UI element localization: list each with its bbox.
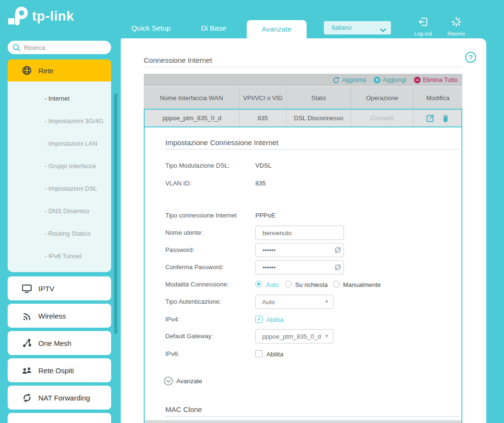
refresh-button[interactable]: Aggiorna bbox=[332, 77, 366, 84]
wan-table-header: Nome Interfaccia WAN VPI/VCI o VID Stato… bbox=[144, 86, 462, 109]
add-button[interactable]: + Aggiungi bbox=[374, 77, 406, 83]
password-field[interactable] bbox=[255, 243, 344, 257]
sidebar-item-ipv6-tunnel[interactable]: - IPv6 Tunnel bbox=[45, 252, 81, 260]
radio-manualmente[interactable] bbox=[333, 281, 340, 287]
col-header-modifica: Modifica bbox=[413, 87, 462, 109]
tab-avanzate[interactable]: Avanzate bbox=[247, 20, 307, 38]
password-label: Password: bbox=[165, 246, 195, 253]
chevron-down-icon: ▼ bbox=[324, 333, 329, 339]
col-header-stato: Stato bbox=[286, 87, 351, 109]
ipv4-enable-checkbox[interactable]: ✓ bbox=[255, 316, 263, 323]
mesh-icon bbox=[22, 338, 32, 348]
radio-su-richiesta-label[interactable]: Su richiesta bbox=[295, 281, 328, 288]
sidebar-item-label: NAT Forwarding bbox=[38, 394, 90, 402]
sidebar-item-dsl[interactable]: - Impostazioni DSL bbox=[45, 185, 97, 192]
dsl-modulation-label: Tipo Modulazione DSL: bbox=[165, 162, 230, 169]
reboot-label: Riavvio bbox=[441, 31, 471, 36]
col-header-operazione: Operazione bbox=[351, 87, 413, 109]
connection-mode-label: Modalità Connessione: bbox=[165, 281, 229, 288]
guests-icon bbox=[22, 366, 32, 376]
page-title: Connessione Internet bbox=[144, 56, 212, 64]
ipv4-enable-label[interactable]: Abilita bbox=[266, 316, 283, 323]
title-divider bbox=[144, 67, 461, 67]
search-input[interactable] bbox=[24, 41, 105, 54]
help-icon[interactable]: ? bbox=[465, 52, 476, 63]
chevron-down-circle-icon bbox=[164, 377, 173, 386]
wan-table-toolbar: Aggiorna + Aggiungi − Elimina Tutto bbox=[144, 74, 462, 86]
connection-type-value: PPPoE bbox=[255, 212, 275, 219]
ipv6-enable-label[interactable]: Abilita bbox=[266, 351, 283, 358]
sidebar-item-iptv[interactable]: IPTV bbox=[8, 276, 111, 300]
eye-slash-icon[interactable]: Ø bbox=[332, 263, 343, 273]
mac-clone-toolbar-top bbox=[145, 420, 461, 423]
radio-su-richiesta[interactable] bbox=[285, 281, 292, 287]
logout-button[interactable]: Log out bbox=[408, 16, 438, 36]
radio-auto-label[interactable]: Auto bbox=[266, 281, 279, 288]
language-select[interactable]: Italiano bbox=[324, 21, 391, 34]
heart-icon bbox=[22, 421, 32, 423]
rete-submenu: - Internet - Impostazioni 3G/4G - Impost… bbox=[8, 81, 111, 272]
username-field[interactable] bbox=[255, 226, 344, 240]
tp-link-logo: tp-link bbox=[7, 5, 74, 28]
search-icon bbox=[12, 43, 21, 52]
tab-di-base[interactable]: Di Base bbox=[185, 24, 242, 32]
mac-clone-divider bbox=[165, 416, 460, 417]
language-selected-value: Italiano bbox=[332, 24, 352, 31]
brand-wordmark: tp-link bbox=[32, 9, 74, 24]
cell-status: DSL Disconnesso bbox=[286, 110, 351, 126]
dsl-modulation-value: VDSL bbox=[255, 162, 272, 169]
delete-all-button[interactable]: − Elimina Tutto bbox=[414, 77, 458, 83]
sidebar-item-rete[interactable]: Rete bbox=[8, 59, 111, 81]
eye-slash-icon[interactable]: Ø bbox=[332, 246, 343, 255]
globe-icon bbox=[22, 65, 32, 76]
sidebar-item-gruppi-interfacce[interactable]: - Gruppi Interfacce bbox=[45, 162, 96, 170]
default-gateway-label: Default Gateway: bbox=[165, 332, 213, 340]
section-divider bbox=[165, 149, 460, 149]
connect-button[interactable]: Connetti bbox=[370, 114, 393, 122]
sidebar-item-lan[interactable]: - Impostazioni LAN bbox=[45, 140, 97, 147]
add-label: Aggiungi bbox=[383, 77, 406, 83]
monitor-icon bbox=[22, 283, 32, 294]
connection-type-label: Tipo connessione Internet bbox=[165, 212, 237, 219]
auth-type-label: Tipo Autenticazione: bbox=[165, 298, 221, 305]
radio-manualmente-label[interactable]: Manualmente bbox=[343, 281, 381, 288]
sidebar-search bbox=[8, 41, 111, 54]
cell-vid: 835 bbox=[240, 110, 286, 126]
tp-link-logo-icon bbox=[7, 5, 30, 28]
auth-type-select[interactable]: Auto ▼ bbox=[255, 295, 333, 309]
sidebar-item-routing-statico[interactable]: - Routing Statico bbox=[45, 230, 91, 237]
sidebar-item-dns-dinamico[interactable]: - DNS Dinamico bbox=[45, 207, 89, 215]
ipv6-label: IPv6: bbox=[165, 350, 180, 357]
username-label: Nome utente: bbox=[165, 229, 203, 236]
sidebar-item-label: Wireless bbox=[38, 312, 66, 320]
sidebar-item-partial[interactable] bbox=[8, 413, 111, 423]
chevron-down-icon: ▼ bbox=[324, 299, 329, 304]
table-row[interactable]: pppoe_ptm_835_0_d 835 DSL Disconnesso Co… bbox=[144, 109, 462, 127]
sidebar-item-one-mesh[interactable]: One Mesh bbox=[8, 331, 111, 355]
confirm-password-field[interactable] bbox=[255, 260, 344, 274]
delete-all-label: Elimina Tutto bbox=[423, 77, 458, 83]
sidebar-item-3g4g[interactable]: - Impostazioni 3G/4G bbox=[45, 117, 103, 125]
default-gateway-select[interactable]: pppoe_ptm_835_0_d ▼ bbox=[255, 329, 333, 343]
sidebar-item-wireless[interactable]: Wireless bbox=[8, 304, 111, 328]
sidebar-item-nat-forwarding[interactable]: NAT Forwarding bbox=[8, 386, 111, 410]
tab-quick-setup[interactable]: Quick Setup bbox=[120, 24, 182, 32]
reboot-button[interactable]: Riavvio bbox=[441, 16, 471, 36]
sidebar-item-label: One Mesh bbox=[38, 339, 71, 347]
radio-auto[interactable] bbox=[255, 281, 262, 287]
sidebar-item-label: IPTV bbox=[38, 285, 54, 293]
sidebar-item-rete-ospiti[interactable]: Rete Ospiti bbox=[8, 358, 111, 382]
advanced-expander[interactable]: Avanzate bbox=[164, 377, 202, 386]
sidebar-item-label: Rete bbox=[38, 67, 54, 75]
trash-icon[interactable] bbox=[442, 114, 449, 123]
wifi-icon bbox=[22, 311, 32, 321]
edit-icon[interactable] bbox=[426, 114, 435, 123]
advanced-label: Avanzate bbox=[176, 377, 202, 385]
ipv6-enable-checkbox[interactable] bbox=[255, 350, 263, 357]
logout-label: Log out bbox=[408, 31, 438, 36]
section-heading: Impostazione Connessione Internet bbox=[165, 138, 278, 147]
sidebar-item-internet[interactable]: - Internet bbox=[45, 95, 69, 102]
chevron-down-icon bbox=[380, 26, 386, 34]
auth-type-value: Auto bbox=[262, 298, 275, 306]
sidebar-scrollbar[interactable] bbox=[114, 93, 117, 334]
